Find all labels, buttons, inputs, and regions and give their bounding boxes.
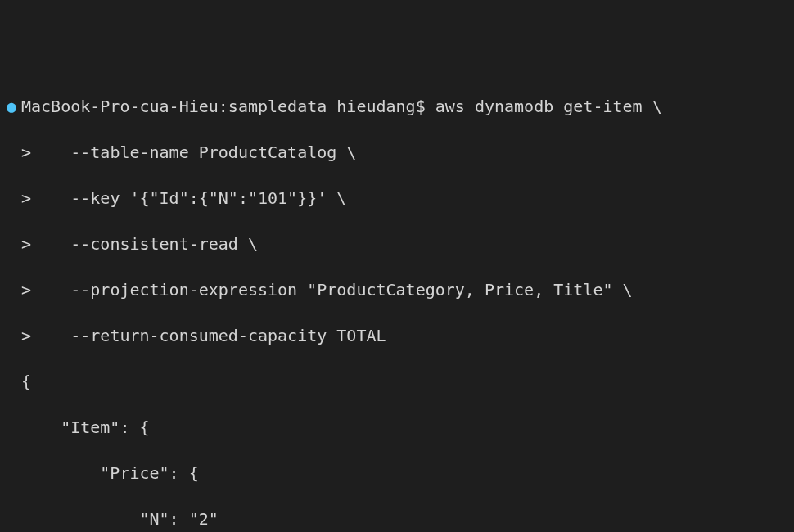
command-text: aws dynamodb get-item \ <box>435 97 662 116</box>
shell-prompt: MacBook-Pro-cua-Hieu:sampledata hieudang… <box>21 97 435 116</box>
continuation-marker: > <box>21 142 31 162</box>
continuation-marker: > <box>21 234 31 254</box>
status-bullet-icon: ● <box>7 95 21 118</box>
continuation-marker: > <box>21 188 31 208</box>
command-text: --projection-expression "ProductCategory… <box>31 280 633 300</box>
command-line-5[interactable]: > --projection-expression "ProductCatego… <box>7 278 787 301</box>
gutter-space <box>7 232 21 255</box>
output-line: "N": "2" <box>7 507 787 530</box>
gutter-space <box>7 278 21 301</box>
command-text: --consistent-read \ <box>31 234 258 254</box>
command-line-6[interactable]: > --return-consumed-capacity TOTAL <box>7 324 787 347</box>
output-line: { <box>7 370 787 393</box>
continuation-marker: > <box>21 326 31 345</box>
command-text: --return-consumed-capacity TOTAL <box>31 326 386 345</box>
gutter-space <box>7 141 21 164</box>
command-line-1[interactable]: ●MacBook-Pro-cua-Hieu:sampledata hieudan… <box>7 95 787 118</box>
output-line: "Price": { <box>7 462 787 485</box>
output-line: "Item": { <box>7 416 787 439</box>
gutter-space <box>7 324 21 347</box>
command-line-2[interactable]: > --table-name ProductCatalog \ <box>7 141 787 164</box>
gutter-space <box>7 187 21 210</box>
command-text: --key '{"Id":{"N":"101"}}' \ <box>31 188 346 208</box>
continuation-marker: > <box>21 280 31 300</box>
command-line-3[interactable]: > --key '{"Id":{"N":"101"}}' \ <box>7 187 787 210</box>
command-text: --table-name ProductCatalog \ <box>31 142 356 162</box>
command-line-4[interactable]: > --consistent-read \ <box>7 232 787 255</box>
